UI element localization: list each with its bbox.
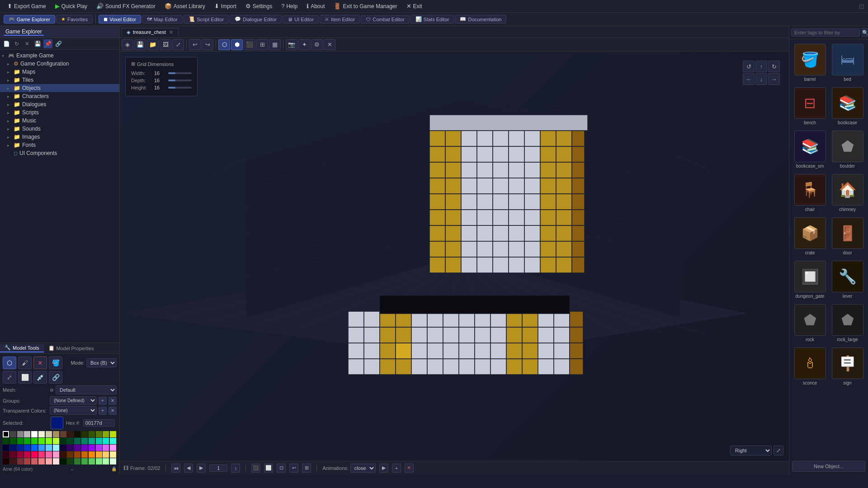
nav-right[interactable]: → bbox=[768, 73, 780, 85]
tree-item-ui-components[interactable]: ▸ ◻ UI Components bbox=[0, 149, 119, 157]
tree-item-tiles[interactable]: ▸ 📁 Tiles bbox=[0, 76, 119, 84]
color-swatch[interactable] bbox=[46, 445, 52, 451]
stop-btn[interactable]: ⬜ bbox=[264, 464, 273, 473]
color-swatch[interactable] bbox=[38, 431, 45, 437]
color-swatch[interactable] bbox=[17, 438, 24, 444]
tab-combat-editor[interactable]: 🛡 Combat Editor bbox=[361, 15, 409, 23]
viewport-tab-treasure-chest[interactable]: ◈ treasure_chest ✕ bbox=[122, 28, 179, 36]
color-swatch[interactable] bbox=[24, 458, 30, 465]
color-swatch[interactable] bbox=[67, 451, 73, 458]
color-swatch[interactable] bbox=[67, 438, 73, 444]
menu-quick-play[interactable]: ▶ Quick Play bbox=[52, 2, 91, 10]
nav-left[interactable]: ← bbox=[743, 73, 755, 85]
object-item-chimney[interactable]: 🏠 chimney bbox=[830, 172, 865, 214]
transparent-add-btn[interactable]: + bbox=[99, 407, 107, 415]
tree-item-sounds[interactable]: ▸ 📁 Sounds bbox=[0, 125, 119, 133]
menu-export-game[interactable]: ⬆ Export Game bbox=[4, 2, 50, 10]
anim-play-btn[interactable]: ▶ bbox=[379, 464, 388, 473]
menu-exit-game-manager[interactable]: 🚪 Exit to Game Manager bbox=[330, 2, 401, 10]
close-voxel-btn[interactable]: ✕ bbox=[324, 39, 335, 50]
depth-slider[interactable] bbox=[168, 80, 192, 81]
object-search-input[interactable] bbox=[791, 28, 860, 37]
cube-mode-btn[interactable]: ⬡ bbox=[218, 39, 230, 50]
tab-ui-editor[interactable]: 🖥 UI Editor bbox=[283, 15, 319, 23]
object-item-door[interactable]: 🚪 door bbox=[830, 216, 865, 257]
animation-select[interactable]: close open bbox=[350, 464, 376, 473]
nav-down[interactable]: ↓ bbox=[755, 73, 767, 85]
color-swatch[interactable] bbox=[31, 431, 38, 437]
sidebar-new-btn[interactable]: 📄 bbox=[2, 39, 11, 48]
object-item-lever[interactable]: 🔧 lever bbox=[830, 259, 865, 300]
color-swatch[interactable] bbox=[17, 458, 24, 465]
undo-btn[interactable]: ↩ bbox=[189, 39, 201, 50]
color-swatch[interactable] bbox=[60, 438, 66, 444]
menu-settings[interactable]: ⚙ Settings bbox=[242, 2, 276, 10]
sidebar-link-btn[interactable]: 🔗 bbox=[54, 39, 63, 48]
color-swatch[interactable] bbox=[110, 458, 116, 465]
color-swatch[interactable] bbox=[103, 438, 109, 444]
color-swatch[interactable] bbox=[96, 438, 102, 444]
grid-toggle-btn[interactable]: ⊞ bbox=[256, 39, 268, 50]
color-swatch[interactable] bbox=[46, 458, 52, 465]
tree-item-scripts[interactable]: ▸ 📁 Scripts bbox=[0, 108, 119, 117]
tree-item-fonts[interactable]: ▸ 📁 Fonts bbox=[0, 141, 119, 149]
color-swatch[interactable] bbox=[96, 451, 102, 458]
color-swatch[interactable] bbox=[74, 458, 80, 465]
color-swatch[interactable] bbox=[3, 438, 9, 444]
color-swatch[interactable] bbox=[46, 438, 52, 444]
menu-help[interactable]: ? Help bbox=[278, 2, 301, 10]
color-swatch[interactable] bbox=[74, 438, 80, 444]
anim-settings-btn[interactable]: ⊞ bbox=[302, 464, 311, 473]
tree-item-example-game[interactable]: ▾ 🎮 Example Game bbox=[0, 52, 119, 60]
color-swatch[interactable] bbox=[96, 445, 102, 451]
color-swatch[interactable] bbox=[96, 431, 102, 437]
tab-voxel-editor[interactable]: ◼ Voxel Editor bbox=[99, 15, 141, 23]
tab-script-editor[interactable]: 📜 Script Editor bbox=[184, 15, 229, 23]
camera-reset-btn[interactable]: 📷 bbox=[286, 39, 297, 50]
color-swatch[interactable] bbox=[31, 451, 38, 458]
color-swatch[interactable] bbox=[110, 438, 116, 444]
color-swatch[interactable] bbox=[38, 458, 45, 465]
transparent-remove-btn[interactable]: ✕ bbox=[108, 407, 117, 415]
color-swatch[interactable] bbox=[60, 451, 66, 458]
color-swatch[interactable] bbox=[53, 438, 59, 444]
viewport-canvas[interactable]: ⊞ Grid Dimensions Width: 16 Depth: 16 He… bbox=[120, 52, 789, 461]
selected-color-box[interactable] bbox=[51, 417, 63, 429]
dropper-tool-btn[interactable]: 💉 bbox=[33, 371, 47, 384]
tab-dialogue-editor[interactable]: 💬 Dialogue Editor bbox=[230, 15, 282, 23]
hex-input[interactable] bbox=[83, 419, 115, 427]
color-swatch[interactable] bbox=[53, 431, 59, 437]
color-swatch[interactable] bbox=[60, 431, 66, 437]
color-swatch[interactable] bbox=[89, 438, 95, 444]
color-swatch[interactable] bbox=[103, 458, 109, 465]
groups-add-btn[interactable]: + bbox=[99, 397, 107, 405]
color-swatch[interactable] bbox=[74, 431, 80, 437]
window-control[interactable]: ⊡ bbox=[859, 3, 864, 10]
loop-btn[interactable]: ↩ bbox=[289, 464, 298, 473]
menu-sound-fx[interactable]: 🔊 Sound FX Generator bbox=[93, 2, 159, 10]
color-swatch[interactable] bbox=[60, 445, 66, 451]
color-swatch[interactable] bbox=[67, 431, 73, 437]
color-swatch[interactable] bbox=[10, 431, 16, 437]
nav-up[interactable]: ↑ bbox=[755, 61, 767, 72]
tab-model-tools[interactable]: 🔧 Model Tools bbox=[0, 344, 44, 352]
color-swatch[interactable] bbox=[110, 445, 116, 451]
color-swatch[interactable] bbox=[81, 438, 88, 444]
frame-next-btn[interactable]: ▶ bbox=[197, 464, 206, 473]
object-item-bookcase_sm[interactable]: 📚 bookcase_sm bbox=[792, 129, 828, 170]
tab-documentation[interactable]: 📖 Documentation bbox=[455, 15, 506, 23]
color-swatch[interactable] bbox=[3, 431, 9, 437]
tab-stats-editor[interactable]: 📊 Stats Editor bbox=[410, 15, 454, 23]
groups-remove-btn[interactable]: ✕ bbox=[108, 397, 117, 405]
fill-tool-btn[interactable]: 🪣 bbox=[49, 357, 62, 369]
anim-add-btn[interactable]: + bbox=[392, 464, 401, 473]
color-swatch[interactable] bbox=[31, 438, 38, 444]
erase-tool-btn[interactable]: ✕ bbox=[33, 357, 47, 369]
object-item-rock_large[interactable]: ⬟ rock_large bbox=[830, 302, 865, 344]
color-swatch[interactable] bbox=[89, 431, 95, 437]
color-swatch[interactable] bbox=[17, 445, 24, 451]
groups-select[interactable]: (None Defined) bbox=[50, 396, 97, 405]
view-select[interactable]: Right Front Back Left Top Bottom Perspec… bbox=[730, 446, 772, 455]
color-swatch[interactable] bbox=[96, 458, 102, 465]
palette-expand-btn[interactable]: ⌄ bbox=[70, 466, 74, 471]
